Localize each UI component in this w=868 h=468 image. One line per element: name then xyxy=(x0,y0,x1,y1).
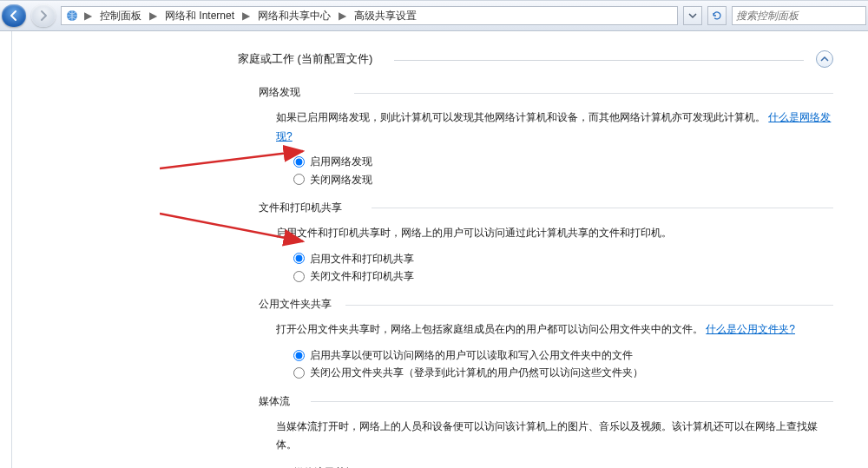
section-description: 启用文件和打印机共享时，网络上的用户可以访问通过此计算机共享的文件和打印机。 xyxy=(276,224,833,243)
divider xyxy=(372,208,833,208)
divider xyxy=(311,401,833,402)
search-box[interactable] xyxy=(732,6,866,25)
radio-input[interactable] xyxy=(293,156,305,168)
breadcrumb-item[interactable]: 高级共享设置 xyxy=(352,8,419,24)
breadcrumb-separator: ▶ xyxy=(240,10,252,22)
profile-title: 家庭或工作 (当前配置文件) xyxy=(238,51,372,67)
breadcrumb-history-button[interactable] xyxy=(683,6,702,25)
breadcrumb-separator: ▶ xyxy=(82,10,94,22)
divider xyxy=(345,305,833,306)
radio-label: 启用文件和打印机共享 xyxy=(310,250,414,267)
content-pane: 家庭或工作 (当前配置文件) 网络发现 如果已启用网络发现，则此计算机可以发现其… xyxy=(11,31,868,468)
section-description: 如果已启用网络发现，则此计算机可以发现其他网络计算机和设备，而其他网络计算机亦可… xyxy=(276,109,833,146)
breadcrumb-separator: ▶ xyxy=(148,10,159,22)
section-title: 网络发现 xyxy=(259,85,833,100)
desc-text: 启用文件和打印机共享时，网络上的用户可以访问通过此计算机共享的文件和打印机。 xyxy=(276,227,672,239)
radio-discovery-off[interactable]: 关闭网络发现 xyxy=(293,171,833,188)
radio-publicfolder-off[interactable]: 关闭公用文件夹共享（登录到此计算机的用户仍然可以访问这些文件夹） xyxy=(293,364,833,381)
search-input[interactable] xyxy=(736,10,867,22)
address-bar: ▶ 控制面板 ▶ 网络和 Internet ▶ 网络和共享中心 ▶ 高级共享设置 xyxy=(0,0,868,31)
divider xyxy=(354,93,833,94)
radio-input[interactable] xyxy=(293,367,305,379)
nav-forward-button[interactable] xyxy=(31,4,56,27)
section-title-text: 文件和打印机共享 xyxy=(259,201,342,214)
network-icon xyxy=(65,9,79,23)
section-media-streaming: 媒体流 当媒体流打开时，网络上的人员和设备便可以访问该计算机上的图片、音乐以及视… xyxy=(259,394,833,468)
section-title-text: 公用文件夹共享 xyxy=(259,298,332,310)
breadcrumb-separator: ▶ xyxy=(337,10,348,22)
radio-label: 启用网络发现 xyxy=(310,153,372,170)
radio-label: 关闭文件和打印机共享 xyxy=(310,267,414,285)
radio-input[interactable] xyxy=(293,271,305,282)
section-file-printer: 文件和打印机共享 启用文件和打印机共享时，网络上的用户可以访问通过此计算机共享的… xyxy=(259,201,833,285)
radio-fileprinter-off[interactable]: 关闭文件和打印机共享 xyxy=(293,267,833,285)
desc-text: 当媒体流打开时，网络上的人员和设备便可以访问该计算机上的图片、音乐以及视频。该计… xyxy=(276,420,818,452)
section-network-discovery: 网络发现 如果已启用网络发现，则此计算机可以发现其他网络计算机和设备，而其他网络… xyxy=(259,85,833,188)
radio-input[interactable] xyxy=(293,350,305,361)
breadcrumb[interactable]: ▶ 控制面板 ▶ 网络和 Internet ▶ 网络和共享中心 ▶ 高级共享设置 xyxy=(61,6,678,25)
section-description: 当媒体流打开时，网络上的人员和设备便可以访问该计算机上的图片、音乐以及视频。该计… xyxy=(276,418,833,455)
nav-back-button[interactable] xyxy=(2,4,26,27)
refresh-button[interactable] xyxy=(707,6,727,25)
radio-label: 关闭公用文件夹共享（登录到此计算机的用户仍然可以访问这些文件夹） xyxy=(310,364,643,381)
breadcrumb-item[interactable]: 控制面板 xyxy=(97,8,144,24)
section-title: 媒体流 xyxy=(259,394,833,409)
what-is-public-folder-link[interactable]: 什么是公用文件夹? xyxy=(706,323,795,335)
divider xyxy=(394,60,804,61)
radio-input[interactable] xyxy=(293,174,305,185)
refresh-icon xyxy=(712,10,722,21)
desc-text: 打开公用文件夹共享时，网络上包括家庭组成员在内的用户都可以访问公用文件夹中的文件… xyxy=(276,323,703,335)
radio-label: 启用共享以便可以访问网络的用户可以读取和写入公用文件夹中的文件 xyxy=(310,346,633,364)
radio-fileprinter-on[interactable]: 启用文件和打印机共享 xyxy=(293,250,833,267)
radio-input[interactable] xyxy=(293,253,305,264)
section-title-text: 媒体流 xyxy=(259,395,290,407)
section-title: 文件和打印机共享 xyxy=(259,201,833,215)
profile-header: 家庭或工作 (当前配置文件) xyxy=(238,47,833,73)
arrow-right-icon xyxy=(37,10,49,22)
radio-label: 关闭网络发现 xyxy=(310,171,372,188)
section-title-text: 网络发现 xyxy=(259,86,300,98)
arrow-left-icon xyxy=(8,10,20,22)
radio-publicfolder-on[interactable]: 启用共享以便可以访问网络的用户可以读取和写入公用文件夹中的文件 xyxy=(293,346,833,364)
section-public-folder: 公用文件夹共享 打开公用文件夹共享时，网络上包括家庭组成员在内的用户都可以访问公… xyxy=(259,297,833,381)
chevron-down-icon xyxy=(688,11,697,20)
section-description: 打开公用文件夹共享时，网络上包括家庭组成员在内的用户都可以访问公用文件夹中的文件… xyxy=(276,320,833,339)
breadcrumb-item[interactable]: 网络和 Internet xyxy=(162,8,237,24)
media-status-text: 媒体流已关闭。 xyxy=(293,464,833,468)
breadcrumb-item[interactable]: 网络和共享中心 xyxy=(255,8,333,24)
collapse-button[interactable] xyxy=(816,50,833,68)
radio-discovery-on[interactable]: 启用网络发现 xyxy=(293,153,833,170)
section-title: 公用文件夹共享 xyxy=(259,297,833,312)
desc-text: 如果已启用网络发现，则此计算机可以发现其他网络计算机和设备，而其他网络计算机亦可… xyxy=(276,111,766,123)
chevron-up-icon xyxy=(820,55,829,63)
